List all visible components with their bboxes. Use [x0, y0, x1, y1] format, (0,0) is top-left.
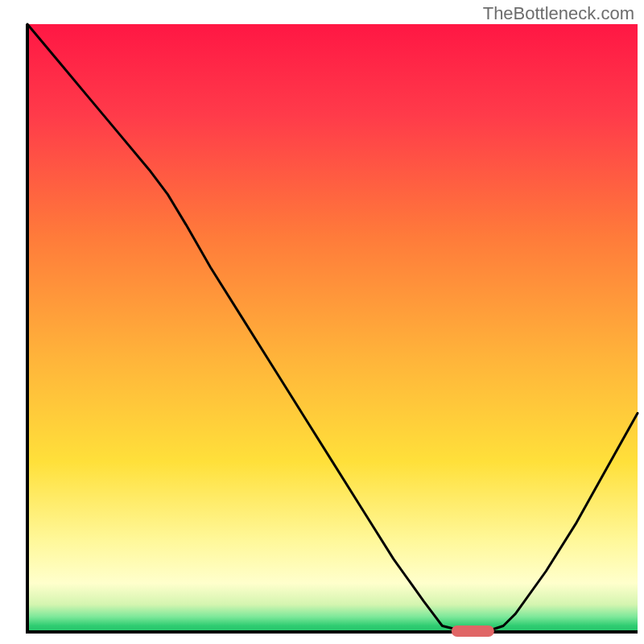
gradient-background: [27, 24, 638, 632]
chart-plot-area: [0, 0, 644, 644]
bottleneck-chart: TheBottleneck.com: [0, 0, 644, 644]
optimal-range-marker: [452, 625, 494, 637]
watermark-text: TheBottleneck.com: [483, 3, 634, 24]
